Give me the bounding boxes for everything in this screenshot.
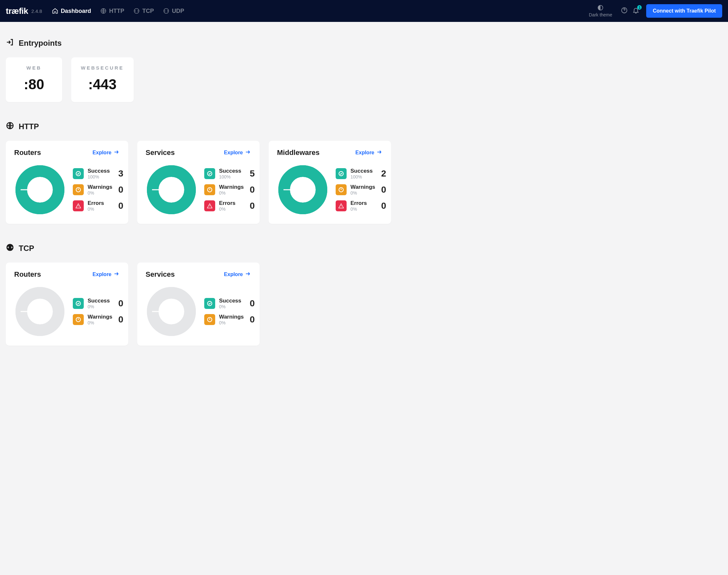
section-http-header: HTTP: [6, 122, 722, 132]
stat-row-warning: Warnings 0% 0: [204, 314, 255, 325]
stat-label-group: Warnings 0%: [350, 184, 375, 196]
topbar: træfik 2.4.8 Dashboard HTTP TCP UDP: [0, 0, 728, 22]
donut-chart: [146, 286, 197, 337]
donut-chart: [14, 164, 66, 215]
explore-link[interactable]: Explore: [93, 149, 120, 157]
notifications-badge: 1: [637, 5, 642, 10]
stat-pct: 0%: [219, 320, 244, 325]
stat-count: 5: [248, 168, 255, 179]
stat-card: Routers Explore Success 100% 3 Warnings …: [6, 141, 128, 224]
stat-row-error: Errors 0% 0: [73, 200, 124, 212]
logo: træfik: [6, 6, 28, 16]
stat-row-warning: Warnings 0% 0: [204, 184, 255, 196]
warning-icon: [73, 184, 84, 195]
card-title: Routers: [14, 148, 41, 157]
section-entrypoints-header: Entrypoints: [6, 38, 722, 48]
entrypoint-card[interactable]: WEB :80: [6, 57, 62, 102]
stat-pct: 0%: [350, 191, 375, 196]
success-icon: [73, 168, 84, 179]
entrypoint-name: WEBSECURE: [81, 65, 124, 71]
stat-count: 0: [116, 184, 124, 195]
stat-count: 0: [248, 314, 255, 325]
card-body: Success 100% 3 Warnings 0% 0 Errors 0% 0: [14, 164, 120, 215]
entrypoints-row: WEB :80 WEBSECURE :443: [6, 57, 722, 102]
stat-label: Errors: [350, 200, 375, 206]
nav-label: Dashboard: [61, 8, 91, 14]
explore-link[interactable]: Explore: [224, 149, 251, 157]
error-icon: [336, 200, 347, 211]
stat-count: 0: [116, 298, 124, 309]
stat-count: 0: [248, 184, 255, 195]
swap-icon: [133, 8, 140, 14]
swap-icon: [163, 8, 169, 14]
stats-list: Success 0% 0 Warnings 0% 0: [73, 298, 124, 325]
stat-label-group: Warnings 0%: [219, 184, 244, 196]
stat-pct: 0%: [88, 206, 112, 212]
stat-label: Errors: [88, 200, 112, 206]
stat-pct: 0%: [88, 320, 112, 325]
warning-icon: [73, 314, 84, 325]
explore-link[interactable]: Explore: [93, 271, 120, 278]
stat-row-error: Errors 0% 0: [204, 200, 255, 212]
nav-http[interactable]: HTTP: [100, 8, 124, 14]
nav-label: UDP: [172, 8, 184, 14]
globe-icon: [100, 8, 107, 14]
arrow-right-icon: [113, 149, 120, 157]
stat-card: Services Explore Success 100% 5 Warnings…: [137, 141, 259, 224]
stat-label: Success: [88, 298, 112, 304]
stat-pct: 0%: [88, 191, 112, 196]
section-title: Entrypoints: [19, 39, 62, 48]
card-body: Success 0% 0 Warnings 0% 0: [14, 286, 120, 337]
stat-row-success: Success 100% 3: [73, 168, 124, 179]
warning-icon: [204, 314, 215, 325]
donut-chart: [146, 164, 197, 215]
explore-link[interactable]: Explore: [224, 271, 251, 278]
explore-link[interactable]: Explore: [355, 149, 383, 157]
explore-label: Explore: [355, 150, 374, 156]
stat-label: Success: [88, 168, 112, 174]
stat-label-group: Success 0%: [219, 298, 244, 309]
card-header: Middlewares Explore: [277, 148, 383, 157]
stat-count: 2: [379, 168, 386, 179]
entrypoint-card[interactable]: WEBSECURE :443: [71, 57, 134, 102]
section-tcp-header: TCP: [6, 243, 722, 253]
help-button[interactable]: [619, 5, 630, 17]
stat-row-success: Success 100% 5: [204, 168, 255, 179]
notifications-button[interactable]: 1: [630, 5, 642, 17]
nav: Dashboard HTTP TCP UDP: [52, 8, 184, 14]
card-header: Routers Explore: [14, 270, 120, 279]
login-icon: [6, 38, 14, 48]
card-title: Services: [146, 148, 175, 157]
stat-pct: 0%: [88, 304, 112, 309]
stat-row-warning: Warnings 0% 0: [73, 314, 124, 325]
stat-count: 0: [116, 314, 124, 325]
stat-label: Success: [219, 168, 244, 174]
explore-label: Explore: [93, 150, 111, 156]
stat-card: Services Explore Success 0% 0 Warnings 0…: [137, 263, 259, 346]
stat-pct: 0%: [219, 191, 244, 196]
error-icon: [204, 200, 215, 211]
stat-label: Errors: [219, 200, 244, 206]
card-body: Success 0% 0 Warnings 0% 0: [146, 286, 251, 337]
stat-label-group: Success 100%: [350, 168, 375, 179]
entrypoint-name: WEB: [15, 65, 53, 71]
nav-dashboard[interactable]: Dashboard: [52, 8, 91, 14]
theme-toggle[interactable]: Dark theme: [589, 4, 612, 18]
stat-pct: 100%: [350, 174, 375, 179]
nav-tcp[interactable]: TCP: [133, 8, 154, 14]
stat-count: 3: [116, 168, 124, 179]
card-body: Success 100% 5 Warnings 0% 0 Errors 0% 0: [146, 164, 251, 215]
donut-chart: [14, 286, 66, 337]
stat-row-error: Errors 0% 0: [336, 200, 386, 212]
nav-udp[interactable]: UDP: [163, 8, 184, 14]
connect-pilot-button[interactable]: Connect with Traefik Pilot: [646, 4, 722, 18]
stat-label-group: Success 100%: [219, 168, 244, 179]
stat-label-group: Warnings 0%: [219, 314, 244, 325]
warning-icon: [204, 184, 215, 195]
stat-count: 0: [379, 201, 386, 211]
stat-label: Warnings: [88, 314, 112, 320]
card-body: Success 100% 2 Warnings 0% 0 Errors 0% 0: [277, 164, 383, 215]
section-title: HTTP: [19, 122, 39, 131]
stat-count: 0: [248, 201, 255, 211]
stat-pct: 0%: [350, 206, 375, 212]
